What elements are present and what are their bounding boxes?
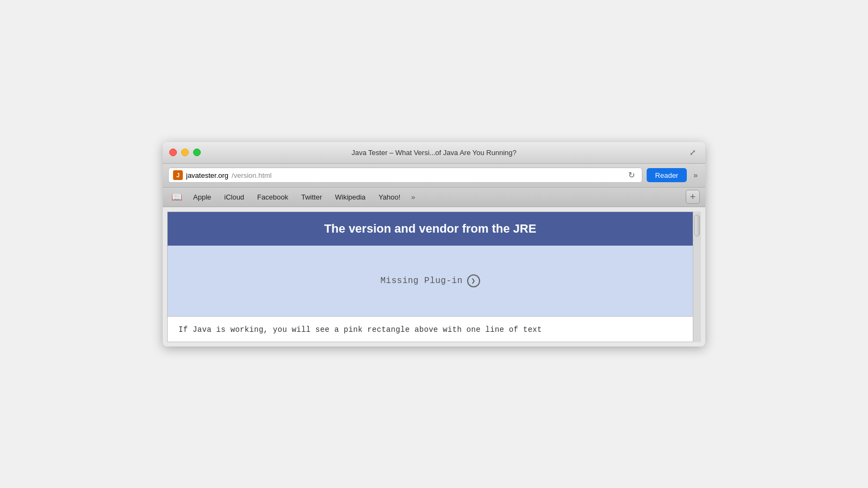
scrollbar-thumb[interactable] — [694, 215, 700, 236]
bookmark-wikipedia[interactable]: Wikipedia — [330, 191, 371, 203]
content-area: The version and vendor from the JRE Miss… — [163, 207, 705, 346]
reader-button[interactable]: Reader — [647, 168, 687, 182]
maximize-button[interactable] — [193, 149, 201, 156]
expand-button[interactable]: ⤢ — [687, 146, 699, 158]
plugin-arrow-icon: ❯ — [467, 274, 480, 287]
reload-button[interactable]: ↻ — [626, 169, 637, 181]
bookmark-apple[interactable]: Apple — [188, 191, 216, 203]
jre-body: Missing Plug-in ❯ — [168, 246, 693, 316]
new-tab-button[interactable]: + — [686, 190, 700, 204]
bookmark-facebook[interactable]: Facebook — [252, 191, 293, 203]
expand-icon: ⤢ — [690, 148, 696, 157]
window-title: Java Tester – What Versi...of Java Are Y… — [352, 149, 516, 157]
site-icon: J — [173, 170, 183, 180]
bookmark-twitter[interactable]: Twitter — [296, 191, 327, 203]
nav-arrows[interactable]: » — [691, 170, 700, 181]
url-domain: javatester.org — [186, 171, 228, 179]
jre-header: The version and vendor from the JRE — [168, 212, 693, 246]
close-button[interactable] — [169, 149, 177, 156]
page-content: The version and vendor from the JRE Miss… — [167, 211, 693, 342]
browser-window: Java Tester – What Versi...of Java Are Y… — [163, 142, 705, 346]
jre-footer: If Java is working, you will see a pink … — [168, 316, 693, 342]
traffic-lights — [169, 149, 201, 156]
jre-header-text: The version and vendor from the JRE — [324, 222, 536, 235]
bookmarks-bar: 📖 Apple iCloud Facebook Twitter Wikipedi… — [163, 188, 705, 207]
missing-plugin-text: Missing Plug-in — [380, 276, 463, 286]
title-bar: Java Tester – What Versi...of Java Are Y… — [163, 142, 705, 164]
address-bar: J javatester.org /version.html ↻ Reader … — [163, 164, 705, 188]
url-field[interactable]: J javatester.org /version.html ↻ — [168, 168, 642, 183]
missing-plugin-indicator[interactable]: Missing Plug-in ❯ — [380, 274, 480, 287]
url-path: /version.html — [232, 171, 272, 179]
jre-footer-text: If Java is working, you will see a pink … — [178, 325, 542, 334]
bookmarks-icon[interactable]: 📖 — [168, 192, 186, 202]
bookmark-yahoo[interactable]: Yahoo! — [373, 191, 406, 203]
minimize-button[interactable] — [181, 149, 189, 156]
bookmarks-overflow-button[interactable]: » — [408, 191, 418, 203]
bookmark-icloud[interactable]: iCloud — [219, 191, 250, 203]
scrollbar[interactable] — [693, 211, 701, 342]
